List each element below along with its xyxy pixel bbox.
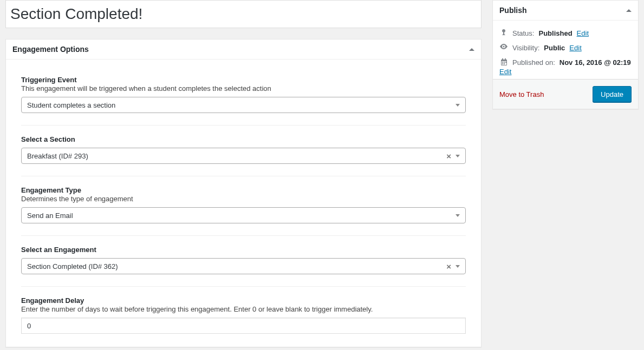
visibility-label: Visibility:	[512, 44, 539, 52]
engagement-options-header[interactable]: Engagement Options	[6, 39, 481, 60]
engagement-options-title: Engagement Options	[12, 45, 89, 54]
published-edit-link[interactable]: Edit	[499, 68, 511, 76]
status-label: Status:	[512, 29, 534, 37]
publish-box: Publish Status: Published Edit Visibilit	[492, 0, 639, 109]
published-edit-row: Edit	[499, 68, 632, 79]
triggering-event-desc: This engagement will be triggered when a…	[21, 84, 466, 93]
status-value: Published	[538, 29, 572, 37]
status-row: Status: Published Edit	[499, 26, 632, 41]
engagement-type-select[interactable]: Send an Email	[21, 207, 466, 223]
engagement-type-desc: Determines the type of engagement	[21, 195, 466, 203]
select-section-value: Breakfast (ID# 293)	[27, 152, 88, 160]
clear-icon[interactable]: ×	[445, 262, 452, 270]
select-section-group: Select a Section Breakfast (ID# 293) ×	[21, 126, 466, 176]
select-engagement-group: Select an Engagement Section Completed (…	[21, 236, 466, 287]
select-section-label: Select a Section	[21, 135, 466, 143]
engagement-type-value: Send an Email	[27, 212, 73, 220]
engagement-delay-input[interactable]	[27, 318, 460, 333]
engagement-delay-input-wrap	[21, 318, 466, 334]
engagement-delay-group: Engagement Delay Enter the number of day…	[21, 287, 466, 334]
pin-icon	[499, 29, 508, 37]
published-label: Published on:	[512, 58, 555, 67]
triggering-event-label: Triggering Event	[21, 76, 466, 84]
publish-title: Publish	[499, 6, 527, 15]
visibility-edit-link[interactable]: Edit	[569, 44, 581, 52]
collapse-icon	[626, 9, 632, 12]
status-edit-link[interactable]: Edit	[577, 29, 589, 37]
update-button[interactable]: Update	[593, 86, 632, 102]
publish-header[interactable]: Publish	[493, 1, 638, 21]
chevron-down-icon	[456, 265, 460, 268]
triggering-event-select[interactable]: Student completes a section	[21, 97, 466, 113]
collapse-icon	[469, 48, 474, 51]
chevron-down-icon	[456, 155, 460, 157]
visibility-value: Public	[544, 44, 565, 52]
engagement-options-box: Engagement Options Triggering Event This…	[5, 39, 482, 347]
select-section-select[interactable]: Breakfast (ID# 293) ×	[21, 148, 466, 164]
triggering-event-group: Triggering Event This engagement will be…	[21, 66, 466, 126]
visibility-row: Visibility: Public Edit	[499, 41, 632, 55]
post-title-input[interactable]	[5, 0, 482, 28]
clear-icon[interactable]: ×	[445, 152, 452, 160]
eye-icon	[499, 44, 508, 49]
engagement-type-group: Engagement Type Determines the type of e…	[21, 176, 466, 236]
move-to-trash-link[interactable]: Move to Trash	[499, 90, 544, 98]
calendar-icon	[499, 58, 508, 65]
select-engagement-label: Select an Engagement	[21, 246, 466, 254]
engagement-type-label: Engagement Type	[21, 186, 466, 194]
chevron-down-icon	[456, 104, 460, 107]
triggering-event-value: Student completes a section	[27, 101, 115, 109]
engagement-delay-desc: Enter the number of days to wait before …	[21, 305, 466, 313]
engagement-delay-label: Engagement Delay	[21, 296, 466, 305]
select-engagement-value: Section Completed (ID# 362)	[27, 262, 118, 270]
chevron-down-icon	[456, 214, 460, 217]
published-value: Nov 16, 2016 @ 02:19	[560, 58, 631, 67]
select-engagement-select[interactable]: Section Completed (ID# 362) ×	[21, 258, 466, 274]
